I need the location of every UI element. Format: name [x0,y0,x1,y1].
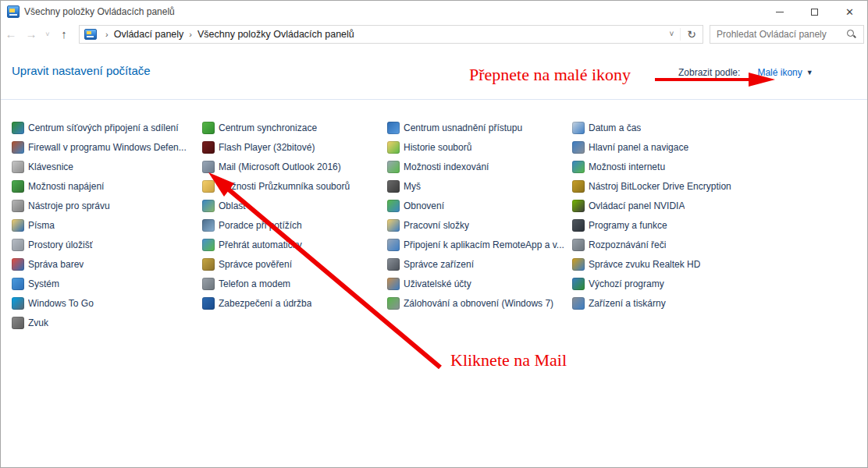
remoteapp-connections-icon [387,239,400,251]
control-panel-item[interactable]: Přehrát automaticky [202,235,387,254]
item-label: Možnosti internetu [589,161,665,172]
item-label: Písma [28,220,55,231]
control-panel-item[interactable]: Zvuk [12,313,202,332]
maximize-button[interactable] [797,1,832,23]
control-panel-item[interactable]: Ovládací panel NVIDIA [572,196,806,215]
security-maintenance-icon [202,297,215,310]
control-panel-item[interactable]: Zařízení a tiskárny [572,293,806,313]
item-label: Přehrát automaticky [219,239,302,250]
address-dropdown-chevron-icon[interactable]: ˅ [663,30,680,38]
view-by-dropdown[interactable]: Malé ikony [757,67,802,78]
crumb-separator: › [189,30,192,39]
control-panel-item[interactable]: Obnovení [387,196,572,215]
control-panel-item[interactable]: Uživatelské účty [387,274,572,293]
chevron-down-icon[interactable]: ▼ [806,69,813,76]
view-by-label: Zobrazit podle: [678,67,740,78]
control-panel-item[interactable]: Správce zvuku Realtek HD [572,254,806,274]
control-panel-item[interactable]: Správa barev [12,254,202,274]
item-label: Datum a čas [589,122,641,133]
control-panel-item[interactable]: Hlavní panel a navigace [572,137,806,157]
speech-recognition-icon [572,239,585,251]
control-panel-item[interactable]: Možnosti Průzkumníka souborů [202,176,387,196]
control-panel-item[interactable]: Připojení k aplikacím RemoteApp a v... [387,235,572,254]
file-explorer-options-icon [202,180,215,193]
control-panel-item[interactable]: Mail (Microsoft Outlook 2016) [202,157,387,176]
control-panel-item[interactable]: Písma [12,215,202,235]
control-panel-item[interactable]: Pracovní složky [387,215,572,235]
window-title: Všechny položky Ovládacích panelů [24,6,175,17]
control-panel-item[interactable]: Firewall v programu Windows Defen... [12,137,202,157]
forward-button[interactable]: → [21,28,41,40]
items-grid: Centrum síťových připojení a sdíleníFire… [12,118,806,332]
control-panel-item[interactable]: Systém [12,274,202,293]
control-panel-item[interactable]: Myš [387,176,572,196]
item-label: Připojení k aplikacím RemoteApp a v... [404,239,564,250]
titlebar: Všechny položky Ovládacích panelů ✕ [1,1,867,23]
region-icon [202,200,215,212]
windows-to-go-icon [12,297,24,310]
caption-buttons: ✕ [762,1,867,23]
work-folders-icon [387,219,400,232]
file-history-icon [387,141,400,154]
default-programs-icon [572,278,585,290]
control-panel-item[interactable]: Centrum usnadnění přístupu [387,118,572,137]
control-panel-item[interactable]: Flash Player (32bitové) [202,137,387,157]
items-column: Datum a časHlavní panel a navigaceMožnos… [572,118,806,332]
control-panel-item[interactable]: Zálohování a obnovení (Windows 7) [387,293,572,313]
control-panel-item[interactable]: Nástroj BitLocker Drive Encryption [572,176,806,196]
taskbar-navigation-icon [572,141,585,154]
annotation-switch-small-icons: Přepnete na malé ikony [469,65,631,85]
address-bar[interactable]: › Ovládací panely › Všechny položky Ovlá… [79,25,703,44]
control-panel-item[interactable]: Programy a funkce [572,215,806,235]
item-label: Historie souborů [404,142,471,153]
search-box[interactable] [710,25,864,44]
item-label: Centrum síťových připojení a sdílení [28,122,179,133]
breadcrumb-root[interactable]: Ovládací panely [114,29,184,40]
item-label: Výchozí programy [589,278,664,289]
control-panel-app-icon [7,5,20,18]
control-panel-item[interactable]: Zabezpečení a údržba [202,293,387,313]
control-panel-item[interactable]: Správce zařízení [387,254,572,274]
back-button[interactable]: ← [1,28,21,40]
mouse-icon [387,180,400,193]
minimize-button[interactable] [762,1,797,23]
control-panel-item[interactable]: Centrum synchronizace [202,118,387,137]
breadcrumb-control-panel-icon [84,29,97,40]
history-chevron-icon[interactable]: ˅ [41,30,54,38]
sound-icon [12,317,24,329]
control-panel-item[interactable]: Windows To Go [12,293,202,313]
control-panel-item[interactable]: Možnosti napájení [12,176,202,196]
control-panel-item[interactable]: Správce pověření [202,254,387,274]
item-label: Programy a funkce [589,220,667,231]
control-panel-item[interactable]: Rozpoznávání řeči [572,235,806,254]
breadcrumb-current[interactable]: Všechny položky Ovládacích panelů [197,29,354,40]
bitlocker-icon [572,180,585,193]
control-panel-item[interactable]: Možnosti indexování [387,157,572,176]
item-label: Myš [404,181,421,192]
control-panel-item[interactable]: Poradce při potížích [202,215,387,235]
up-button[interactable]: ↑ [54,28,74,40]
control-panel-item[interactable]: Prostory úložišť [12,235,202,254]
close-button[interactable]: ✕ [832,1,867,23]
network-sharing-center-icon [12,122,24,134]
firewall-icon [12,141,24,154]
autoplay-icon [202,239,215,251]
control-panel-item[interactable]: Centrum síťových připojení a sdílení [12,118,202,137]
control-panel-item[interactable]: Oblast [202,196,387,215]
maximize-icon [811,9,818,16]
control-panel-item[interactable]: Klávesnice [12,157,202,176]
search-input[interactable] [710,29,846,40]
control-panel-item[interactable]: Výchozí programy [572,274,806,293]
control-panel-item[interactable]: Nástroje pro správu [12,196,202,215]
item-label: Správce zařízení [404,259,474,270]
control-panel-item[interactable]: Historie souborů [387,137,572,157]
edit-computer-settings-link[interactable]: Upravit nastavení počítače [12,64,151,77]
item-label: Poradce při potížích [219,220,302,231]
items-column: Centrum síťových připojení a sdíleníFire… [12,118,202,332]
control-panel-item[interactable]: Možnosti internetu [572,157,806,176]
control-panel-item[interactable]: Datum a čas [572,118,806,137]
navigation-bar: ← → ˅ ↑ › Ovládací panely › Všechny polo… [1,23,867,45]
control-panel-item[interactable]: Telefon a modem [202,274,387,293]
refresh-icon[interactable]: ↻ [680,28,703,41]
item-label: Možnosti indexování [404,161,489,172]
